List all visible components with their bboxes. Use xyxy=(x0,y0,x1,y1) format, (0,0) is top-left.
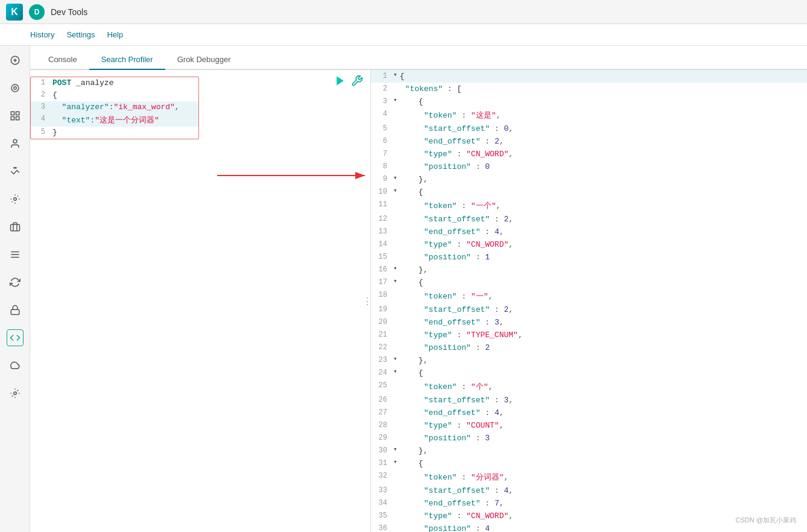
tabs-bar: Console Search Profiler Grok Debugger xyxy=(30,46,807,70)
line-content-4: "text":"这是一个分词器" xyxy=(50,113,198,127)
code-editor[interactable]: 1 POST _analyze 2 { 3 "analyzer":"ik_max… xyxy=(30,70,370,532)
panels: 1 POST _analyze 2 { 3 "analyzer":"ik_max… xyxy=(30,70,807,532)
tab-grok-debugger[interactable]: Grok Debugger xyxy=(165,50,243,70)
json-line-15: 15 "position" : 1 xyxy=(371,251,807,264)
code-line-4: 4 "text":"这是一个分词器" xyxy=(31,113,198,127)
svg-rect-11 xyxy=(10,224,19,231)
menu-history[interactable]: History xyxy=(30,25,54,44)
json-line-17: 17 ▾ { xyxy=(371,276,807,289)
json-line-22: 22 "position" : 2 xyxy=(371,341,807,354)
json-line-13: 13 "end_offset" : 4, xyxy=(371,226,807,238)
arrow-indicator xyxy=(217,163,370,194)
sidebar-icon-ml[interactable] xyxy=(7,218,24,235)
svg-rect-8 xyxy=(16,117,19,120)
svg-rect-7 xyxy=(11,117,14,120)
json-line-5: 5 "start_offset" : 0, xyxy=(371,122,807,135)
json-line-16: 16 ▾ }, xyxy=(371,264,807,276)
editor-toolbar xyxy=(334,75,363,87)
line-number-4: 4 xyxy=(31,113,50,127)
json-line-1: 1 ▾ { xyxy=(371,70,807,83)
sidebar-icon-security[interactable] xyxy=(7,302,24,318)
json-line-2: 2 "tokens" : [ xyxy=(371,83,807,95)
tab-search-profiler[interactable]: Search Profiler xyxy=(89,50,165,70)
svg-point-10 xyxy=(13,198,16,201)
json-line-33: 33 "start_offset" : 4, xyxy=(371,484,807,497)
line-number-5: 5 xyxy=(31,127,50,139)
svg-rect-5 xyxy=(11,112,14,115)
json-line-23: 23 ▾ }, xyxy=(371,354,807,367)
json-line-25: 25 "token" : "个", xyxy=(371,379,807,394)
line-number-1: 1 xyxy=(31,77,50,89)
sidebar-icon-canvas[interactable] xyxy=(7,191,24,207)
sidebar-icon-devtools[interactable] xyxy=(7,329,24,346)
sidebar-icon-maps[interactable] xyxy=(7,163,24,180)
code-line-5: 5 } xyxy=(31,127,198,139)
code-line-2: 2 { xyxy=(31,89,198,101)
json-line-28: 28 "type" : "COUNT", xyxy=(371,419,807,432)
json-line-10: 10 ▾ { xyxy=(371,186,807,198)
sidebar-icon-monitoring[interactable] xyxy=(7,357,24,374)
json-line-3: 3 ▾ { xyxy=(371,95,807,108)
logo-letter: K xyxy=(11,7,18,17)
json-line-9: 9 ▾ }, xyxy=(371,173,807,186)
json-line-34: 34 "end_offset" : 7, xyxy=(371,497,807,510)
json-line-11: 11 "token" : "一个", xyxy=(371,198,807,213)
line-number-2: 2 xyxy=(31,89,50,101)
svg-point-4 xyxy=(13,87,16,90)
menu-bar: History Settings Help xyxy=(0,24,807,46)
sidebar-icon-apm[interactable] xyxy=(7,274,24,291)
line-content-3: "analyzer":"ik_max_word", xyxy=(50,101,198,113)
sidebar-icon-discover[interactable] xyxy=(7,80,24,97)
json-line-27: 27 "end_offset" : 4, xyxy=(371,407,807,419)
svg-point-16 xyxy=(13,392,16,395)
sidebar-icon-infra[interactable] xyxy=(7,246,24,263)
json-line-12: 12 "start_offset" : 2, xyxy=(371,213,807,226)
json-line-20: 20 "end_offset" : 3, xyxy=(371,316,807,329)
menu-settings[interactable]: Settings xyxy=(66,25,95,44)
json-line-30: 30 ▾ }, xyxy=(371,445,807,457)
app-logo: K xyxy=(6,4,23,21)
svg-rect-6 xyxy=(16,112,19,115)
run-button[interactable] xyxy=(334,75,346,87)
json-line-26: 26 "start_offset" : 3, xyxy=(371,394,807,407)
code-line-1: 1 POST _analyze xyxy=(31,77,198,89)
line-content-2: { xyxy=(50,89,198,101)
json-line-32: 32 "token" : "分词器", xyxy=(371,470,807,484)
left-panel: 1 POST _analyze 2 { 3 "analyzer":"ik_max… xyxy=(30,70,371,532)
json-line-31: 31 ▾ { xyxy=(371,457,807,470)
json-line-7: 7 "type" : "CN_WORD", xyxy=(371,148,807,160)
sidebar-icon-visualize[interactable] xyxy=(7,107,24,124)
json-line-6: 6 "end_offset" : 2, xyxy=(371,135,807,148)
app-title: Dev Tools xyxy=(51,7,87,17)
json-line-14: 14 "type" : "CN_WORD", xyxy=(371,238,807,251)
main-layout: Console Search Profiler Grok Debugger xyxy=(0,46,807,532)
json-line-4: 4 "token" : "这是", xyxy=(371,108,807,122)
line-content-1: POST _analyze xyxy=(50,77,198,89)
json-line-29: 29 "position" : 3 xyxy=(371,432,807,445)
json-line-18: 18 "token" : "一", xyxy=(371,289,807,303)
user-avatar[interactable]: D xyxy=(29,4,45,20)
top-bar: K D Dev Tools xyxy=(0,0,807,24)
content-area: Console Search Profiler Grok Debugger xyxy=(30,46,807,532)
sidebar-icon-dashboard[interactable] xyxy=(7,135,24,152)
svg-marker-17 xyxy=(337,77,344,86)
code-line-3: 3 "analyzer":"ik_max_word", xyxy=(31,101,198,113)
svg-rect-15 xyxy=(11,309,19,314)
sidebar-icon-home[interactable] xyxy=(7,52,24,69)
resize-handle[interactable]: ⋮ xyxy=(362,296,372,307)
sidebar-icon-management[interactable] xyxy=(7,385,24,402)
json-line-19: 19 "start_offset" : 2, xyxy=(371,303,807,316)
json-line-21: 21 "type" : "TYPE_CNUM", xyxy=(371,329,807,341)
sidebar xyxy=(0,46,30,532)
line-number-3: 3 xyxy=(31,101,50,113)
right-panel[interactable]: 1 ▾ { 2 "tokens" : [ 3 ▾ { xyxy=(371,70,807,532)
json-line-8: 8 "position" : 0 xyxy=(371,160,807,173)
line-content-5: } xyxy=(50,127,198,139)
svg-point-3 xyxy=(11,84,19,92)
menu-help[interactable]: Help xyxy=(107,25,123,44)
json-line-24: 24 ▾ { xyxy=(371,367,807,379)
wrench-button[interactable] xyxy=(351,75,363,87)
svg-point-9 xyxy=(13,139,17,143)
watermark: CSDN @加瓦小菜鸡 xyxy=(736,516,796,525)
tab-console[interactable]: Console xyxy=(36,50,89,70)
